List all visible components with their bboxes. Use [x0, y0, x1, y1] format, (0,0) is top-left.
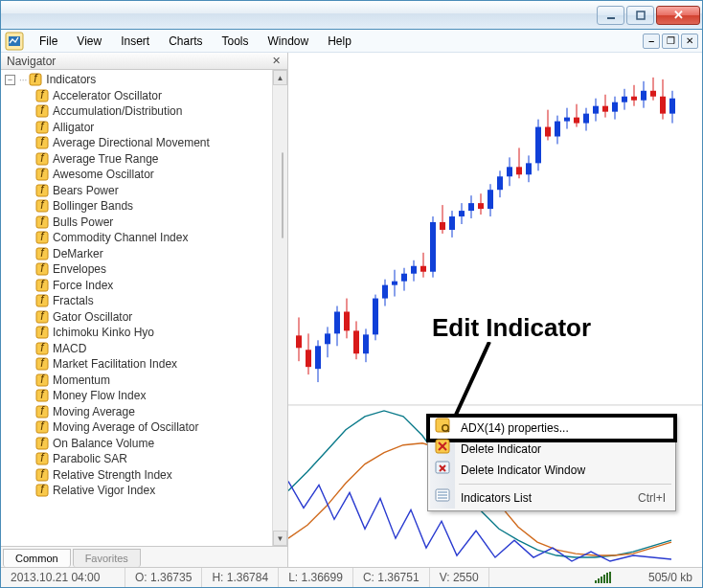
menu-insert[interactable]: Insert	[111, 32, 159, 51]
list-item[interactable]: fParabolic SAR	[5, 451, 272, 467]
list-item[interactable]: fBears Power	[5, 183, 272, 199]
statusbar: 2013.10.21 04:00 O: 1.36735 H: 1.36784 L…	[1, 567, 702, 587]
fx-icon: f	[35, 104, 49, 118]
fx-icon: f	[35, 468, 49, 482]
cm-indicators-list-shortcut: Ctrl+I	[638, 491, 666, 505]
svg-rect-85	[420, 266, 426, 272]
svg-rect-97	[478, 203, 484, 209]
list-item[interactable]: fAccumulation/Distribution	[5, 103, 272, 120]
cm-indicators-list-label: Indicators List	[461, 491, 532, 505]
chart-area[interactable]: Edit Indicator ADX(14) properties... Del…	[288, 53, 702, 567]
titlebar: ✕	[1, 1, 702, 30]
svg-rect-113	[555, 122, 560, 137]
navigator-tree[interactable]: − ··· f Indicators fAccelerator Oscillat…	[1, 70, 272, 546]
list-item-label: Bollinger Bands	[53, 199, 133, 213]
tab-common[interactable]: Common	[3, 549, 71, 567]
list-item-label: Bulls Power	[53, 215, 113, 229]
close-button[interactable]: ✕	[656, 6, 700, 25]
tree-root-indicators[interactable]: − ··· f Indicators	[5, 72, 272, 88]
list-item[interactable]: fIchimoku Kinko Hyo	[5, 325, 272, 341]
list-item[interactable]: fDeMarker	[5, 246, 272, 262]
fx-icon: f	[35, 262, 49, 276]
navigator-close-icon[interactable]: ✕	[269, 55, 283, 67]
mdi-close-button[interactable]: ✕	[681, 34, 698, 49]
status-open: O: 1.36735	[125, 568, 202, 587]
mdi-minimize-button[interactable]: ‒	[643, 34, 660, 49]
svg-rect-65	[325, 333, 330, 344]
list-item[interactable]: fGator Oscillator	[5, 309, 272, 326]
menu-view[interactable]: View	[67, 32, 111, 51]
fx-icon: f	[35, 89, 49, 102]
list-item[interactable]: fForce Index	[5, 278, 272, 294]
menu-charts[interactable]: Charts	[159, 32, 212, 51]
list-item[interactable]: fRelative Strength Index	[5, 467, 272, 484]
tree-collapse-icon[interactable]: −	[5, 75, 15, 85]
svg-rect-91	[449, 216, 455, 230]
menu-window[interactable]: Window	[259, 32, 319, 51]
list-item[interactable]: fMoving Average of Oscillator	[5, 419, 272, 436]
list-item[interactable]: fMomentum	[5, 373, 272, 389]
maximize-button[interactable]	[626, 6, 654, 25]
mdi-restore-button[interactable]: ❐	[662, 34, 679, 49]
svg-rect-121	[593, 106, 599, 114]
menu-tools[interactable]: Tools	[213, 32, 259, 51]
list-item-label: Ichimoku Kinko Hyo	[53, 326, 154, 339]
cm-properties[interactable]: ADX(14) properties...	[430, 418, 673, 439]
fx-icon: f	[35, 357, 49, 371]
fx-icon: f	[35, 184, 49, 197]
svg-rect-105	[516, 167, 522, 174]
svg-rect-81	[401, 274, 407, 282]
svg-rect-67	[334, 311, 340, 333]
svg-rect-111	[545, 127, 551, 137]
indicators-list-icon	[435, 487, 450, 503]
list-item[interactable]: fMoving Average	[5, 404, 272, 420]
list-item[interactable]: fMACD	[5, 341, 272, 357]
folder-fx-icon: f	[29, 73, 42, 86]
app-window: ✕ File View Insert Charts Tools Window H…	[0, 0, 703, 588]
list-item[interactable]: fCommodity Channel Index	[5, 230, 272, 246]
svg-rect-95	[468, 203, 474, 211]
list-item-label: Awesome Oscillator	[53, 168, 154, 181]
svg-rect-59	[296, 335, 302, 348]
scroll-down-icon[interactable]: ▼	[273, 531, 287, 546]
scroll-up-icon[interactable]: ▲	[273, 70, 287, 85]
navigator-scrollbar[interactable]: ▲ ▼	[272, 70, 287, 546]
svg-rect-61	[306, 350, 311, 367]
svg-rect-71	[353, 330, 359, 353]
minimize-button[interactable]	[597, 6, 624, 25]
svg-rect-131	[641, 91, 646, 101]
menubar: File View Insert Charts Tools Window Hel…	[1, 30, 702, 53]
fx-icon: f	[35, 342, 49, 355]
fx-icon: f	[35, 136, 49, 149]
fx-icon: f	[35, 326, 49, 339]
list-item[interactable]: fAlligator	[5, 120, 272, 136]
menu-help[interactable]: Help	[318, 32, 361, 51]
list-item-label: Envelopes	[53, 262, 106, 276]
list-item[interactable]: fOn Balance Volume	[5, 436, 272, 452]
list-item-label: Fractals	[53, 294, 94, 307]
list-item[interactable]: fEnvelopes	[5, 261, 272, 278]
svg-rect-119	[583, 114, 589, 124]
menu-file[interactable]: File	[30, 32, 67, 51]
svg-rect-99	[488, 190, 493, 209]
cm-delete-indicator[interactable]: Delete Indicator	[430, 439, 673, 460]
list-item[interactable]: fAverage Directional Movement	[5, 135, 272, 151]
list-item[interactable]: fFractals	[5, 293, 272, 309]
list-item[interactable]: fRelative Vigor Index	[5, 483, 272, 499]
list-item[interactable]: fAverage True Range	[5, 151, 272, 168]
svg-rect-129	[631, 97, 637, 101]
status-datetime: 2013.10.21 04:00	[1, 568, 125, 587]
list-item[interactable]: fBollinger Bands	[5, 198, 272, 215]
list-item[interactable]: fBulls Power	[5, 215, 272, 231]
list-item[interactable]: fMarket Facilitation Index	[5, 356, 272, 373]
cm-indicators-list[interactable]: Indicators List Ctrl+I	[430, 487, 673, 509]
tab-favorites[interactable]: Favorites	[73, 549, 141, 567]
cm-delete-window[interactable]: Delete Indicator Window	[430, 460, 673, 481]
list-item[interactable]: fAccelerator Oscillator	[5, 88, 272, 104]
list-item[interactable]: fMoney Flow Index	[5, 388, 272, 404]
list-item-label: Alligator	[53, 121, 94, 134]
list-item[interactable]: fAwesome Oscillator	[5, 167, 272, 183]
status-low: L: 1.36699	[279, 568, 353, 587]
scroll-thumb[interactable]	[282, 152, 283, 238]
svg-rect-137	[669, 99, 675, 114]
